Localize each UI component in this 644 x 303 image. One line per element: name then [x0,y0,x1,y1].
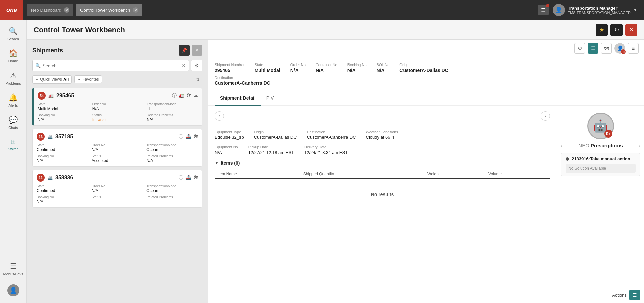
info-icon[interactable]: ⓘ [172,93,177,99]
sidebar-item-problems[interactable]: ⚠ Problems [1,68,25,89]
search-clear-button[interactable]: ✕ [182,63,186,68]
eq-destination: Destination CustomerA-Canberra DC [307,130,356,140]
table-header-row: Item Name Shipped Quantity Weight Volume [215,170,550,179]
quick-views-dropdown[interactable]: ▼ Quick Views All [32,75,72,84]
rx-dot [566,157,569,161]
badge-357185: 16 [37,133,45,141]
user-info: 👤 Transportation Manager TMS.TRANSPORTAT… [553,4,637,16]
shipment-card-358836[interactable]: 11 🚢 358836 ⓘ 🚢 🗺 State Confirmed [32,170,202,208]
sidebar-item-search[interactable]: 🔍 Search [1,24,25,44]
tab-ctw-close[interactable]: ✕ [133,7,138,13]
user-name: Transportation Manager [568,6,631,11]
detail-toolbar: ⚙ ☰ 🗺 👤 Rx ≡ [208,40,644,57]
chats-icon: 💬 [9,116,18,124]
sort-button[interactable]: ⇅ [193,75,202,84]
badge-295465: 54 [38,92,46,100]
settings-button[interactable]: ⚙ [574,43,585,54]
rx-next-arrow[interactable]: › [638,143,640,148]
refresh-button[interactable]: ↻ [610,24,623,36]
filter-button[interactable]: ⚙ [191,60,202,71]
star-icon: ★ [599,27,604,33]
card-fields-357185: State Confirmed Order No N/A Transportat… [37,143,198,163]
search-input-wrap: 🔍 ✕ [32,60,189,71]
field-transport-mode-2: TransportationMode Ocean [146,143,198,152]
ship-icon-4[interactable]: 🚢 [185,175,191,181]
switch-icon: ⊞ [10,138,16,146]
ship-number-357185: 357185 [55,134,73,140]
sidebar-item-chats[interactable]: 💬 Chats [1,112,25,133]
eq-pickup: Pickup Date 12/27/21 12:18 am EST [248,145,294,155]
shipments-title: Shipments [32,47,63,54]
tab-neo-dashboard[interactable]: Neo Dashboard ✕ [27,4,73,16]
notifications-button[interactable]: ☰ [538,5,549,15]
tab-control-tower[interactable]: Control Tower Workbench ✕ [76,4,142,16]
eq-origin: Origin CustomerA-Dallas DC [254,130,297,140]
col-item-name: Item Name [215,170,301,179]
tab-neo-close[interactable]: ✕ [64,7,69,13]
search-bar: 🔍 ✕ ⚙ [32,60,202,71]
shipment-card-357185[interactable]: 16 🚢 357185 ⓘ 🚢 🗺 State Confirmed [32,129,202,167]
tab-shipment-detail[interactable]: Shipment Detail [215,91,261,106]
map-icon-3[interactable]: 🗺 [193,175,198,181]
items-section: ▼ Items (0) Item Name Shipped Quantity W… [215,160,550,210]
shipments-header: Shipments 📌 ✕ [32,45,202,56]
sidebar-item-home[interactable]: 🏠 Home [1,46,25,67]
map-icon-2[interactable]: 🗺 [193,134,198,140]
ship-icon-2[interactable]: 🚢 [185,134,191,140]
sidebar-item-user[interactable]: 👤 [1,281,25,300]
user-dropdown-icon[interactable]: ▼ [633,8,637,12]
card-fields-358836: State Confirmed Order No N/A Transportat… [37,184,198,204]
cloud-icon[interactable]: ☁ [193,93,198,99]
list-view-button[interactable]: ☰ [588,43,598,54]
menus-icon: ☰ [10,262,17,271]
table-row-no-results: No results [215,179,550,210]
rx-prev-arrow[interactable]: ‹ [561,143,563,148]
next-arrow[interactable]: › [541,111,550,121]
sort-icon: ⇅ [196,77,200,82]
detail-menu-button[interactable]: ≡ [628,43,639,54]
star-button[interactable]: ★ [596,24,608,36]
page-title: Control Tower Workbench [34,26,125,34]
rx-avatar: 🤖 Rx [587,113,614,139]
info-icon-3[interactable]: ⓘ [179,175,183,181]
hamburger-icon: ≡ [632,46,635,51]
eq-type: Equipment Type Bdouble 32_sp [215,130,244,140]
field-order-no: Order No N/A [92,102,144,111]
nav-arrows-row: ‹ › [215,111,550,125]
map-icon[interactable]: 🗺 [186,93,191,99]
pin-button[interactable]: 📌 [179,45,190,56]
field-state: State Multi Modal [38,102,89,111]
tab-piv[interactable]: PIV [261,91,279,106]
shipments-header-icons: 📌 ✕ [179,45,202,56]
alerts-icon: 🔔 [9,93,18,102]
field-status-3: Status [92,195,143,204]
info-order-no: Order No N/A [290,63,306,73]
rx-avatar-button[interactable]: 👤 Rx [614,43,625,54]
info-icon-2[interactable]: ⓘ [179,134,183,140]
field-related-problems-2: Related Problems N/A [146,154,198,163]
search-input[interactable] [43,63,182,68]
rx-title-row: ‹ NEO Prescriptions › [557,143,644,153]
actions-menu-button[interactable]: ☰ [629,290,640,300]
filter-icon: ⚙ [195,63,199,68]
items-chevron-icon: ▼ [215,161,219,165]
truck-icon-2[interactable]: 🚛 [179,93,184,99]
shipment-card-295465[interactable]: 54 🚛 295465 ⓘ 🚛 🗺 ☁ State Mu [32,88,202,126]
col-volume: Volume [486,170,550,179]
sidebar-item-alerts[interactable]: 🔔 Alerts [1,90,25,111]
rx-small-badge: Rx [621,49,626,54]
favorites-dropdown[interactable]: ▼ Favorites [74,75,102,83]
chevron-down-icon-2: ▼ [77,78,81,81]
items-header[interactable]: ▼ Items (0) [215,160,550,166]
app-logo[interactable]: one [0,0,23,20]
field-booking-no-3: Booking No N/A [37,195,88,204]
refresh-icon: ↻ [614,27,619,33]
close-button[interactable]: ✕ [625,24,637,36]
prev-arrow[interactable]: ‹ [215,111,224,121]
main-layout: 🔍 Search 🏠 Home ⚠ Problems 🔔 Alerts 💬 Ch… [0,20,644,303]
sidebar-item-switch[interactable]: ⊞ Switch [1,134,25,155]
sidebar-item-menus[interactable]: ☰ Menus/Favs [1,259,25,279]
shipments-close-button[interactable]: ✕ [192,45,202,56]
map-view-button[interactable]: 🗺 [601,43,612,54]
problems-icon: ⚠ [10,71,17,80]
